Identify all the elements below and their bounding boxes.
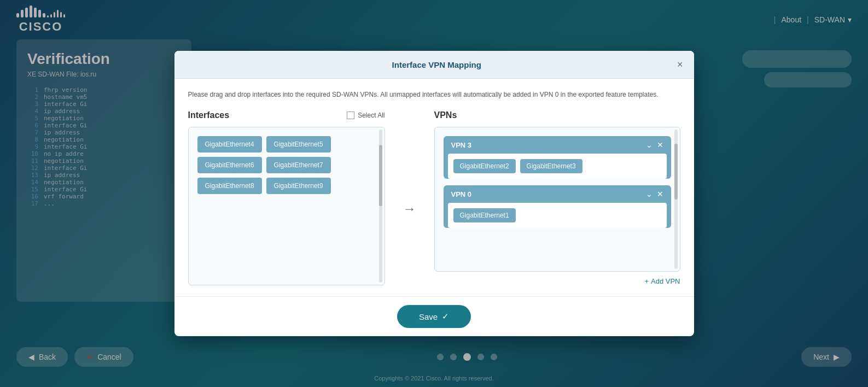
save-button[interactable]: Save ✓ xyxy=(397,305,471,328)
vpn-controls: ⌄✕ xyxy=(646,140,663,149)
select-all-container[interactable]: Select All xyxy=(347,112,385,119)
add-vpn-button[interactable]: + Add VPN xyxy=(644,277,680,285)
modal: Interface VPN Mapping × Please drag and … xyxy=(174,51,694,336)
interface-chip[interactable]: GigabitEthernet6 xyxy=(197,157,262,173)
interfaces-scrollbar[interactable] xyxy=(379,130,382,283)
modal-overlay: Interface VPN Mapping × Please drag and … xyxy=(0,0,868,387)
interfaces-scrollbar-thumb xyxy=(379,145,382,206)
arrow-section: → xyxy=(396,110,423,285)
vpn-content: GigabitEthernet1 xyxy=(448,203,667,228)
modal-close-button[interactable]: × xyxy=(677,60,683,69)
modal-description: Please drag and drop interfaces into the… xyxy=(188,90,680,99)
mapping-container: Interfaces Select All GigabitEthernet4Gi… xyxy=(188,110,680,285)
save-check-icon: ✓ xyxy=(442,312,449,321)
vpn-interface-chip[interactable]: GigabitEthernet3 xyxy=(520,159,582,173)
vpn-item: VPN 0⌄✕GigabitEthernet1 xyxy=(444,185,671,228)
map-arrow-icon: → xyxy=(403,201,416,216)
vpn-collapse-icon[interactable]: ⌄ xyxy=(646,190,653,198)
vpn-controls: ⌄✕ xyxy=(646,190,663,198)
interfaces-box: GigabitEthernet4GigabitEthernet5GigabitE… xyxy=(188,127,385,285)
interface-chip[interactable]: GigabitEthernet4 xyxy=(197,136,262,153)
vpns-header: VPNs xyxy=(434,110,680,120)
vpn-content: GigabitEthernet2GigabitEthernet3 xyxy=(448,154,667,179)
vpn-interface-chip[interactable]: GigabitEthernet2 xyxy=(453,159,516,173)
vpns-title: VPNs xyxy=(434,110,457,120)
interface-chip[interactable]: GigabitEthernet5 xyxy=(266,136,331,153)
interface-chip[interactable]: GigabitEthernet9 xyxy=(266,178,331,194)
interfaces-title: Interfaces xyxy=(188,110,230,120)
vpn-header: VPN 3⌄✕ xyxy=(444,136,671,154)
interface-chip[interactable]: GigabitEthernet7 xyxy=(266,157,331,173)
vpn-title: VPN 3 xyxy=(451,141,472,149)
vpns-scrollbar-thumb xyxy=(674,144,678,200)
vpns-scrollbar[interactable] xyxy=(674,130,678,269)
vpn-header: VPN 0⌄✕ xyxy=(444,185,671,203)
vpn-delete-icon[interactable]: ✕ xyxy=(657,140,663,149)
add-vpn-plus-icon: + xyxy=(644,277,649,285)
vpn-collapse-icon[interactable]: ⌄ xyxy=(646,140,653,149)
interfaces-section: Interfaces Select All GigabitEthernet4Gi… xyxy=(188,110,385,285)
interfaces-header: Interfaces Select All xyxy=(188,110,385,120)
add-vpn-label: Add VPN xyxy=(651,277,680,285)
vpn-title: VPN 0 xyxy=(451,190,472,198)
modal-footer: Save ✓ xyxy=(174,296,694,336)
save-label: Save xyxy=(419,312,438,321)
modal-header: Interface VPN Mapping × xyxy=(174,51,694,79)
vpns-box: VPN 3⌄✕GigabitEthernet2GigabitEthernet3V… xyxy=(434,127,680,272)
vpn-item: VPN 3⌄✕GigabitEthernet2GigabitEthernet3 xyxy=(444,136,671,179)
select-all-label: Select All xyxy=(358,112,385,119)
modal-title: Interface VPN Mapping xyxy=(196,60,677,69)
add-vpn-container: + Add VPN xyxy=(434,277,680,285)
interface-chips: GigabitEthernet4GigabitEthernet5GigabitE… xyxy=(197,136,376,194)
vpn-delete-icon[interactable]: ✕ xyxy=(657,190,663,198)
select-all-checkbox[interactable] xyxy=(347,112,354,119)
vpns-section: VPNs VPN 3⌄✕GigabitEthernet2GigabitEther… xyxy=(434,110,680,285)
modal-body: Please drag and drop interfaces into the… xyxy=(174,79,694,296)
vpn-interface-chip[interactable]: GigabitEthernet1 xyxy=(453,208,516,222)
interface-chip[interactable]: GigabitEthernet8 xyxy=(197,178,262,194)
